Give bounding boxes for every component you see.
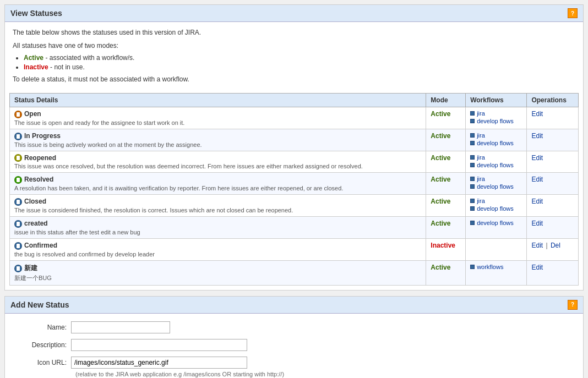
status-description: the bug is resolved and confirmed by dev… <box>14 251 421 258</box>
workflow-bullet <box>470 141 475 145</box>
desc-input[interactable] <box>71 339 247 351</box>
status-details-cell: Reopened This issue was once resolved, b… <box>10 151 426 173</box>
workflow-link[interactable]: jira <box>477 110 485 117</box>
add-status-section: Add New Status ? Name: Description: Icon… <box>4 296 584 378</box>
workflow-link[interactable]: develop flows <box>477 140 514 146</box>
workflow-link[interactable]: develop flows <box>477 162 514 168</box>
workflow-item: jira <box>470 176 522 182</box>
status-description: This issue is being actively worked on a… <box>14 141 421 148</box>
workflow-bullet <box>470 177 475 181</box>
inactive-label: Inactive <box>24 63 48 71</box>
workflow-item: develop flows <box>470 220 522 226</box>
mode-badge: Active <box>431 264 450 271</box>
status-name: In Progress <box>24 132 61 140</box>
col-operations: Operations <box>527 94 579 107</box>
status-name: 新建 <box>24 264 37 272</box>
op-edit-link[interactable]: Edit <box>531 176 543 183</box>
mode-cell: Active <box>426 107 466 129</box>
add-status-title: Add New Status <box>10 300 69 309</box>
name-input[interactable] <box>71 321 170 333</box>
status-name: Resolved <box>24 176 53 183</box>
mode-cell: Active <box>426 217 466 239</box>
op-edit-link[interactable]: Edit <box>531 242 543 249</box>
op-del-link[interactable]: Del <box>551 242 560 249</box>
workflow-bullet <box>470 111 475 116</box>
status-name: Open <box>24 110 41 118</box>
op-edit-link[interactable]: Edit <box>531 264 543 271</box>
workflow-link[interactable]: develop flows <box>477 205 514 212</box>
workflow-link[interactable]: workflows <box>477 264 503 270</box>
desc-row: Description: <box>16 339 572 351</box>
table-row: created issue in this status after the t… <box>10 217 579 239</box>
status-table: Status Details Mode Workflows Operations… <box>9 93 579 286</box>
status-name-row: In Progress <box>14 132 421 140</box>
workflow-link[interactable]: develop flows <box>477 183 514 190</box>
active-desc: - associated with a workflow/s. <box>45 54 134 62</box>
workflow-item: develop flows <box>470 162 522 168</box>
view-statuses-header: View Statuses ? <box>5 5 583 22</box>
workflows-cell: jira develop flows <box>466 151 527 173</box>
op-edit-link[interactable]: Edit <box>531 154 543 162</box>
workflow-bullet <box>470 199 475 203</box>
table-row: In Progress This issue is being actively… <box>10 129 579 151</box>
view-statuses-title: View Statuses <box>10 9 62 18</box>
workflow-bullet <box>470 133 475 138</box>
add-status-form-body: Name: Description: Icon URL: (relative t… <box>5 314 583 378</box>
workflows-cell: develop flows <box>466 217 527 239</box>
status-name-row: Closed <box>14 198 421 206</box>
status-description: The issue is considered finished, the re… <box>14 207 421 213</box>
status-name-row: created <box>14 220 421 228</box>
workflow-link[interactable]: develop flows <box>477 220 514 226</box>
operations-cell: Edit <box>527 217 579 239</box>
workflow-item: develop flows <box>470 205 522 212</box>
workflow-item: jira <box>470 154 522 161</box>
add-status-header: Add New Status ? <box>5 297 583 314</box>
status-details-cell: Confirmed the bug is resolved and confir… <box>10 238 426 260</box>
status-name-row: Confirmed <box>14 242 421 250</box>
workflow-bullet <box>470 221 475 225</box>
workflow-link[interactable]: jira <box>477 132 485 139</box>
mode-cell: Active <box>426 173 466 195</box>
workflow-link[interactable]: jira <box>477 154 485 161</box>
op-edit-link[interactable]: Edit <box>531 198 543 205</box>
workflows-cell: jira develop flows <box>466 173 527 195</box>
status-name: Closed <box>24 198 46 205</box>
workflows-cell: workflows <box>466 260 527 285</box>
status-details-cell: 新建 新建一个BUG <box>10 260 426 285</box>
name-row: Name: <box>16 321 572 333</box>
table-header-row: Status Details Mode Workflows Operations <box>10 94 579 107</box>
mode-badge: Active <box>431 110 450 118</box>
operations-cell: Edit | Del <box>527 238 579 260</box>
op-edit-link[interactable]: Edit <box>531 220 543 227</box>
col-workflows: Workflows <box>466 94 527 107</box>
add-help-icon[interactable]: ? <box>568 300 578 310</box>
workflow-item: jira <box>470 110 522 117</box>
op-edit-link[interactable]: Edit <box>531 110 543 118</box>
desc-label: Description: <box>16 341 71 349</box>
help-icon[interactable]: ? <box>568 8 578 18</box>
page-wrapper: View Statuses ? The table below shows th… <box>0 0 588 378</box>
mode-cell: Inactive <box>426 238 466 260</box>
workflow-link[interactable]: develop flows <box>477 118 514 124</box>
status-name: created <box>24 220 48 227</box>
col-status-details: Status Details <box>10 94 426 107</box>
description2: All statuses have one of two modes: <box>13 41 575 51</box>
table-row: Confirmed the bug is resolved and confir… <box>10 238 579 260</box>
icon-label: Icon URL: <box>16 359 71 366</box>
table-row: 新建 新建一个BUG Active workflows Edit <box>10 260 579 285</box>
workflow-link[interactable]: jira <box>477 198 485 204</box>
view-statuses-section: View Statuses ? The table below shows th… <box>4 4 584 291</box>
status-details-cell: created issue in this status after the t… <box>10 217 426 239</box>
icon-row: Icon URL: <box>16 357 572 369</box>
workflow-link[interactable]: jira <box>477 176 485 182</box>
mode-badge: Active <box>431 132 450 140</box>
status-description: issue in this status after the test edit… <box>14 229 421 235</box>
workflows-cell <box>466 238 527 260</box>
status-details-cell: Closed The issue is considered finished,… <box>10 195 426 217</box>
operations-cell: Edit <box>527 260 579 285</box>
table-row: Resolved A resolution has been taken, an… <box>10 173 579 195</box>
description1: The table below shows the statuses used … <box>13 28 575 37</box>
op-edit-link[interactable]: Edit <box>531 132 543 140</box>
icon-url-input[interactable] <box>71 357 247 369</box>
modes-list: Active - associated with a workflow/s. I… <box>24 54 575 71</box>
